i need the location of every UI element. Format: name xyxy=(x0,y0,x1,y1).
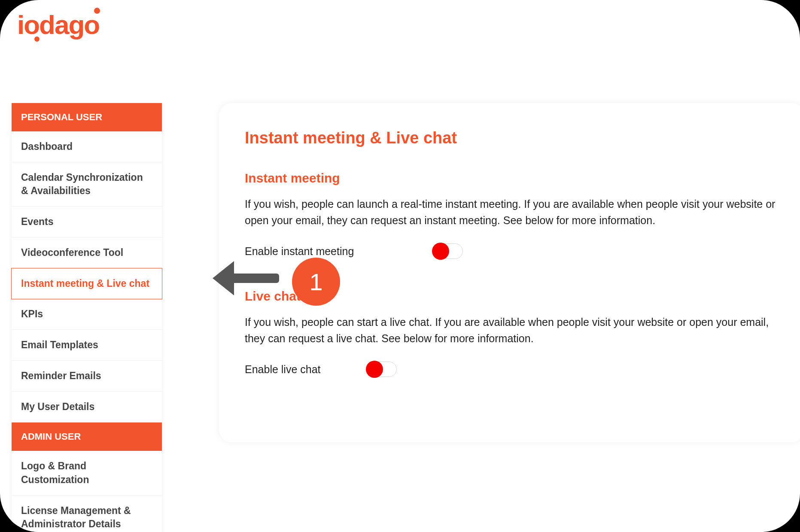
instant-meeting-description: If you wish, people can launch a real-ti… xyxy=(245,196,779,228)
sidebar-item-instant-meeting-live-chat[interactable]: Instant meeting & Live chat xyxy=(11,268,162,299)
instant-meeting-toggle-row: Enable instant meeting xyxy=(245,243,779,259)
sidebar-item-my-user-details[interactable]: My User Details xyxy=(12,392,162,423)
live-chat-toggle-label: Enable live chat xyxy=(245,363,356,376)
annotation-badge: 1 xyxy=(292,258,340,306)
annotation-badge-number: 1 xyxy=(309,268,322,296)
sidebar-item-videoconference[interactable]: Videoconference Tool xyxy=(12,237,162,268)
sidebar-item-reminder-emails[interactable]: Reminder Emails xyxy=(12,361,162,392)
instant-meeting-toggle[interactable] xyxy=(433,243,463,259)
sidebar-item-logo-brand[interactable]: Logo & Brand Customization xyxy=(12,451,162,495)
sidebar-item-kpis[interactable]: KPIs xyxy=(12,299,162,330)
live-chat-description: If you wish, people can start a live cha… xyxy=(245,314,779,347)
app-frame: iodago PERSONAL USER Dashboard Calendar … xyxy=(0,0,800,532)
toggle-knob xyxy=(432,243,449,260)
page-title: Instant meeting & Live chat xyxy=(245,129,779,147)
toggle-knob xyxy=(366,361,383,378)
instant-meeting-toggle-label: Enable instant meeting xyxy=(245,245,356,258)
logo-dot-icon xyxy=(34,36,40,42)
sidebar-item-license-management[interactable]: License Management & Administrator Detai… xyxy=(12,496,162,532)
sidebar-section-admin-user: ADMIN USER xyxy=(12,423,162,451)
brand-logo: iodago xyxy=(17,9,99,40)
sidebar-section-personal-user: PERSONAL USER xyxy=(12,103,162,131)
sidebar-item-calendar-sync[interactable]: Calendar Synchronization & Availabilitie… xyxy=(12,162,162,207)
sidebar: PERSONAL USER Dashboard Calendar Synchro… xyxy=(12,103,162,532)
sidebar-item-email-templates[interactable]: Email Templates xyxy=(12,330,162,361)
live-chat-toggle-row: Enable live chat xyxy=(245,362,779,377)
live-chat-toggle[interactable] xyxy=(367,362,397,377)
brand-name: iodago xyxy=(17,9,99,40)
sidebar-item-dashboard[interactable]: Dashboard xyxy=(12,131,162,162)
sidebar-item-events[interactable]: Events xyxy=(12,207,162,237)
section-heading-instant-meeting: Instant meeting xyxy=(245,171,779,185)
